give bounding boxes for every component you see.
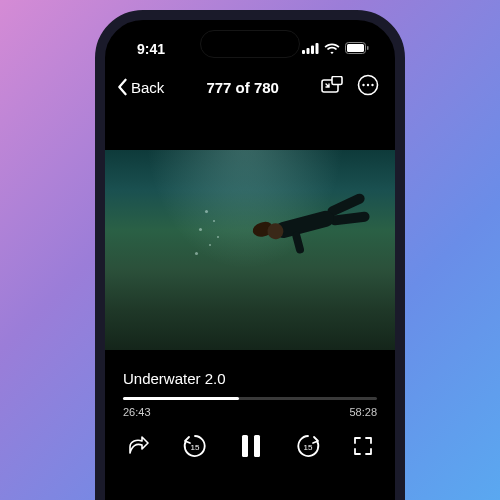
battery-icon xyxy=(345,41,369,57)
video-title: Underwater 2.0 xyxy=(123,370,377,387)
pip-icon[interactable] xyxy=(321,76,343,98)
svg-point-12 xyxy=(371,84,373,86)
svg-rect-1 xyxy=(307,48,310,54)
dynamic-island xyxy=(200,30,300,58)
svg-rect-5 xyxy=(347,44,364,52)
cellular-icon xyxy=(302,41,319,57)
back-label: Back xyxy=(131,79,164,96)
back-button[interactable]: Back xyxy=(115,78,164,96)
skip-forward-button[interactable]: 15 xyxy=(294,432,322,460)
wifi-icon xyxy=(324,41,340,57)
phone-frame: 9:41 Back 777 of 780 xyxy=(95,10,405,500)
share-button[interactable] xyxy=(127,436,149,456)
svg-text:15: 15 xyxy=(190,443,199,452)
playback-controls: 15 15 xyxy=(105,418,395,460)
svg-rect-14 xyxy=(242,435,248,457)
svg-point-10 xyxy=(362,84,364,86)
svg-rect-8 xyxy=(332,77,342,85)
svg-rect-2 xyxy=(311,46,314,55)
fullscreen-button[interactable] xyxy=(353,436,373,456)
svg-rect-15 xyxy=(254,435,260,457)
nav-bar: Back 777 of 780 xyxy=(105,64,395,108)
time-elapsed: 26:43 xyxy=(123,406,151,418)
skip-back-button[interactable]: 15 xyxy=(181,432,209,460)
page-counter: 777 of 780 xyxy=(206,79,279,96)
svg-point-11 xyxy=(367,84,369,86)
svg-text:15: 15 xyxy=(303,443,312,452)
chevron-left-icon xyxy=(115,78,129,96)
more-icon[interactable] xyxy=(357,74,379,100)
time-duration: 58:28 xyxy=(349,406,377,418)
progress-fill xyxy=(123,397,239,400)
svg-rect-0 xyxy=(302,50,305,54)
video-player[interactable] xyxy=(105,150,395,350)
progress-bar[interactable] xyxy=(123,397,377,400)
pause-button[interactable] xyxy=(240,434,262,458)
svg-rect-6 xyxy=(367,46,369,50)
status-time: 9:41 xyxy=(137,41,165,57)
svg-rect-3 xyxy=(316,43,319,54)
